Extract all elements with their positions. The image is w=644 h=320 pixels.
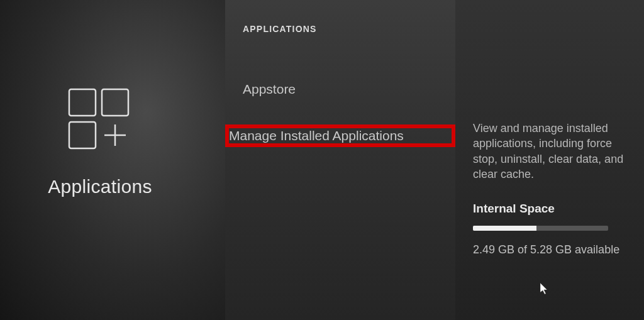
svg-rect-1 [102,89,128,116]
menu-item-appstore[interactable]: Appstore [225,70,455,108]
menu-item-manage-apps[interactable]: Manage Installed Applications [225,124,455,147]
svg-rect-2 [69,122,96,148]
menu-item-manage-apps-label: Manage Installed Applications [229,128,452,143]
item-description: View and manage installed applications, … [473,121,624,182]
internal-space-label: Internal Space [473,202,626,216]
applications-icon [65,86,135,157]
storage-available-text: 2.49 GB of 5.28 GB available [473,243,626,257]
storage-progress-bar [473,226,608,231]
category-panel: Applications [0,0,225,320]
svg-rect-0 [69,89,96,116]
category-title: Applications [48,176,152,197]
storage-progress-fill [473,226,536,231]
section-header: APPLICATIONS [225,24,455,34]
menu-panel: APPLICATIONS Appstore Manage Installed A… [225,0,455,320]
detail-panel: View and manage installed applications, … [455,0,644,320]
